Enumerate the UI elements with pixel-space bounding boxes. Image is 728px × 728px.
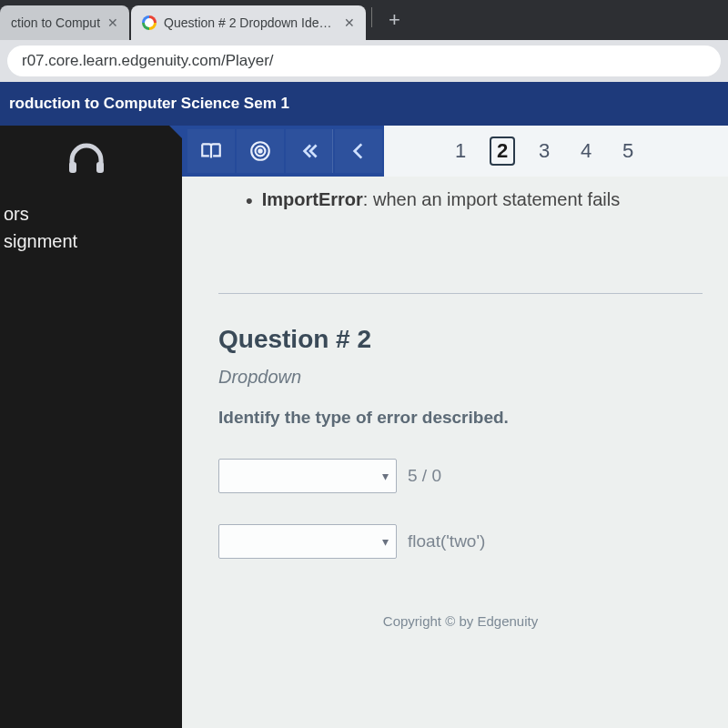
lesson-toolbar: 1 2 3 4 5	[182, 126, 728, 177]
page-indicator: 1 2 3 4 5	[384, 126, 728, 177]
answer-label-2: float('two')	[408, 531, 485, 551]
tab-divider	[371, 7, 372, 27]
lesson-body: • ImportError: when an import statement …	[182, 177, 728, 728]
answer-label-1: 5 / 0	[408, 466, 441, 486]
headphones-icon[interactable]	[66, 142, 106, 175]
svg-point-4	[258, 149, 261, 152]
first-page-button[interactable]	[286, 129, 333, 173]
browser-tabstrip: ction to Comput ✕ Question # 2 Dropdown …	[0, 0, 728, 40]
page-2-current[interactable]: 2	[490, 136, 515, 166]
sidebar-line-1: ors	[0, 200, 173, 228]
prev-page-button[interactable]	[335, 129, 382, 173]
close-icon[interactable]: ✕	[344, 15, 355, 30]
question-prompt: Identify the type of error described.	[218, 408, 703, 428]
section-divider	[218, 293, 703, 294]
answer-dropdown-2[interactable]: ▾	[218, 524, 397, 559]
sidebar-line-2: signment	[0, 228, 173, 255]
course-title: roduction to Computer Science Sem 1	[9, 95, 289, 113]
page-1[interactable]: 1	[448, 139, 473, 163]
corner-accent	[169, 126, 182, 138]
browser-tab-0[interactable]: ction to Comput ✕	[0, 5, 129, 40]
close-icon[interactable]: ✕	[107, 15, 118, 30]
chevron-down-icon: ▾	[382, 534, 389, 549]
answer-dropdown-1[interactable]: ▾	[218, 459, 397, 493]
page-3[interactable]: 3	[531, 139, 557, 163]
tab-title: ction to Comput	[11, 15, 100, 30]
course-header: roduction to Computer Science Sem 1	[0, 82, 728, 126]
question-type: Dropdown	[218, 367, 703, 388]
answer-row-2: ▾ float('two')	[218, 524, 703, 559]
tab-title: Question # 2 Dropdown Identify	[164, 15, 337, 30]
url-input[interactable]: r07.core.learn.edgenuity.com/Player/	[7, 46, 721, 76]
url-text: r07.core.learn.edgenuity.com/Player/	[22, 52, 274, 70]
lesson-sidebar: ors signment	[0, 126, 182, 728]
browser-address-bar: r07.core.learn.edgenuity.com/Player/	[0, 40, 728, 82]
bullet-term: ImportError	[262, 189, 363, 209]
copyright-text: Copyright © by Edgenuity	[218, 613, 703, 629]
google-favicon-icon	[142, 15, 157, 30]
bullet-icon: •	[246, 191, 253, 211]
browser-tab-1[interactable]: Question # 2 Dropdown Identify ✕	[131, 5, 366, 40]
target-button[interactable]	[237, 129, 284, 173]
svg-rect-1	[96, 162, 104, 173]
question-heading: Question # 2	[218, 325, 703, 354]
bullet-rest: : when an import statement fails	[363, 189, 620, 209]
svg-rect-0	[69, 162, 76, 173]
answer-row-1: ▾ 5 / 0	[218, 459, 703, 493]
new-tab-button[interactable]: +	[376, 8, 413, 32]
chevron-down-icon: ▾	[382, 469, 389, 483]
page-5[interactable]: 5	[615, 139, 641, 163]
note-bullet: • ImportError: when an import statement …	[246, 189, 703, 211]
page-4[interactable]: 4	[573, 139, 599, 163]
glossary-button[interactable]	[187, 129, 235, 173]
